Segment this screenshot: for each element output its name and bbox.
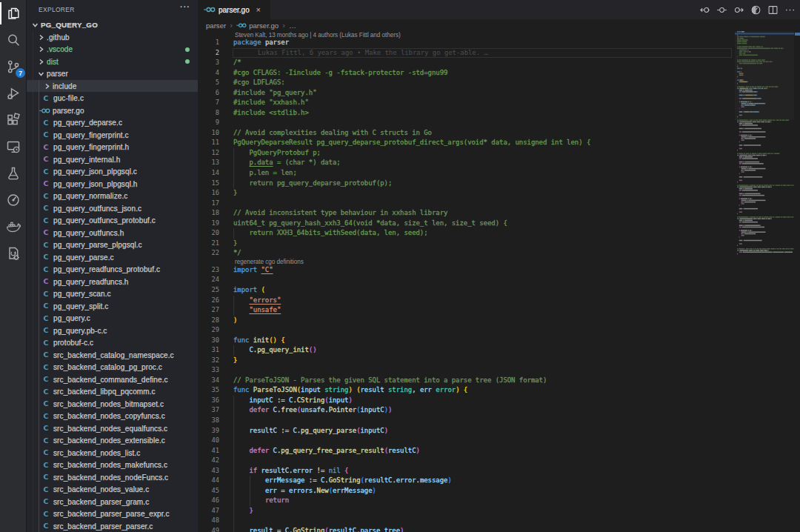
file-item-pg-query-fingerprint-c[interactable]: Cpg_query_fingerprint.c — [27, 129, 198, 142]
activity-bar-files-icon[interactable] — [0, 0, 27, 27]
file-item-protobuf-c-c[interactable]: Cprotobuf-c.c — [27, 336, 198, 349]
file-item-pg-query-json-plpgsql-h[interactable]: Cpg_query_json_plpgsql.h — [27, 178, 198, 190]
overview-ruler[interactable] — [794, 31, 800, 532]
line-number: 11 — [198, 138, 219, 148]
activity-bar-source-control-icon[interactable]: 7 — [0, 53, 27, 80]
file-item-src-backend-parser-gram-c[interactable]: Csrc_backend_parser_gram.c — [27, 496, 198, 508]
file-item-pg-query-normalize-c[interactable]: Cpg_query_normalize.c — [27, 190, 198, 202]
line-number: 42 — [198, 456, 219, 466]
file-item-src-backend-parser-parse-expr-c[interactable]: Csrc_backend_parser_parse_expr.c — [27, 508, 198, 520]
item-label: src_backend_parser_parse_expr.c — [53, 510, 170, 518]
activity-bar: 7 — [0, 0, 27, 532]
item-label: pg_query_json_plpgsql.c — [53, 167, 137, 176]
folder-item--github[interactable]: .github — [27, 31, 198, 44]
c-header-file-icon: C — [41, 229, 50, 236]
file-item-src-backend-parser-parser-c[interactable]: Csrc_backend_parser_parser.c — [27, 520, 198, 532]
file-item-src-backend-catalog-namespace-c[interactable]: Csrc_backend_catalog_namespace.c — [27, 349, 198, 362]
file-item-src-backend-nodes-nodefuncs-c[interactable]: Csrc_backend_nodes_nodeFuncs.c — [27, 471, 198, 484]
file-item-parser-go[interactable]: parser.go — [27, 104, 198, 117]
file-item-pg-query-deparse-c[interactable]: Cpg_query_deparse.c — [27, 116, 198, 129]
file-item-src-backend-nodes-makefuncs-c[interactable]: Csrc_backend_nodes_makefuncs.c — [27, 459, 198, 471]
open-changes-next-icon[interactable] — [733, 4, 744, 16]
codelens-authors[interactable]: Steven Kalt, 13 months ago | 4 authors (… — [235, 32, 401, 39]
line-number: 44 — [198, 476, 219, 486]
code-line-46: return — [233, 496, 289, 506]
line-number: 46 — [198, 496, 219, 506]
file-item-src-backend-nodes-copyfuncs-c[interactable]: Csrc_backend_nodes_copyfuncs.c — [27, 410, 198, 422]
scm-changes-badge: 7 — [16, 68, 25, 78]
activity-bar-search-icon[interactable] — [0, 27, 27, 53]
file-item-pg-query-parse-c[interactable]: Cpg_query_parse.c — [27, 251, 198, 264]
line-number: 23 — [198, 265, 219, 276]
indent-guide — [233, 148, 234, 159]
codelens-regenerate-cgo[interactable]: regenerate cgo definitions — [235, 259, 304, 265]
file-item-src-backend-nodes-list-c[interactable]: Csrc_backend_nodes_list.c — [27, 447, 198, 459]
file-item-pg-query-scan-c[interactable]: Cpg_query_scan.c — [27, 287, 198, 300]
file-item-src-backend-nodes-equalfuncs-c[interactable]: Csrc_backend_nodes_equalfuncs.c — [27, 422, 198, 435]
code-editor[interactable]: 1234567891011121314151617181920212223242… — [198, 31, 800, 532]
folder-item-parser[interactable]: parser — [27, 67, 198, 80]
split-editor-icon[interactable] — [767, 4, 779, 16]
indent-guide — [233, 496, 234, 506]
minimap[interactable] — [735, 31, 794, 532]
folder-item-pg-query-go[interactable]: PG_QUERY_GO — [27, 19, 198, 31]
line-number: 48 — [198, 516, 219, 526]
tab-close-icon[interactable]: × — [253, 5, 264, 14]
activity-bar-run-debug-icon[interactable] — [0, 80, 27, 107]
file-item-src-backend-catalog-pg-proc-c[interactable]: Csrc_backend_catalog_pg_proc.c — [27, 361, 198, 373]
breadcrumb-item[interactable]: parser — [206, 21, 226, 30]
item-label: pg_query_deparse.c — [53, 119, 122, 127]
folder-item--vscode[interactable]: .vscode — [27, 43, 198, 56]
file-item-pg-query-readfuncs-protobuf-c[interactable]: Cpg_query_readfuncs_protobuf.c — [27, 263, 198, 276]
file-item-pg-query-internal-h[interactable]: Cpg_query_internal.h — [27, 153, 198, 166]
folder-item-dist[interactable]: dist — [27, 56, 198, 68]
item-label: pg_query_fingerprint.c — [53, 131, 129, 139]
c-file-icon: C — [41, 437, 50, 445]
file-item-pg-query-outfuncs-protobuf-c[interactable]: Cpg_query_outfuncs_protobuf.c — [27, 214, 198, 227]
activity-bar-testing-beaker-icon[interactable] — [0, 160, 27, 187]
line-number: 10 — [198, 128, 219, 139]
activity-bar-extensions-icon[interactable] — [0, 107, 27, 133]
file-item-src-backend-nodes-value-c[interactable]: Csrc_backend_nodes_value.c — [27, 483, 198, 496]
line-number: 33 — [198, 365, 219, 376]
file-item-pg-query-readfuncs-h[interactable]: Cpg_query_readfuncs.h — [27, 276, 198, 288]
file-item-pg-query-outfuncs-json-c[interactable]: Cpg_query_outfuncs_json.c — [27, 202, 198, 215]
breadcrumb-item[interactable]: parser.go — [249, 21, 279, 30]
code-line-25: import ( — [233, 285, 265, 296]
tab-parser-go[interactable]: parser.go × — [198, 0, 270, 19]
file-item-pg-query-fingerprint-h[interactable]: Cpg_query_fingerprint.h — [27, 141, 198, 153]
indent-guide — [233, 296, 234, 306]
more-actions-icon[interactable] — [784, 4, 796, 16]
item-label: src_backend_parser_gram.c — [53, 498, 149, 506]
c-file-icon: C — [41, 131, 50, 139]
file-item-src-backend-nodes-extensible-c[interactable]: Csrc_backend_nodes_extensible.c — [27, 434, 198, 447]
c-file-icon: C — [41, 511, 50, 518]
activity-bar-clock-extension-icon[interactable] — [0, 187, 27, 213]
file-item-pg-query-outfuncs-h[interactable]: Cpg_query_outfuncs.h — [27, 227, 198, 239]
activity-bar-remote-explorer-icon[interactable] — [0, 133, 27, 160]
file-item-guc-file-c[interactable]: Cguc-file.c — [27, 92, 198, 104]
breadcrumb-item[interactable]: … — [289, 21, 296, 30]
go-file-icon — [204, 6, 216, 13]
folder-item-include[interactable]: include — [27, 80, 198, 93]
file-item-pg-query-json-plpgsql-c[interactable]: Cpg_query_json_plpgsql.c — [27, 165, 198, 178]
breadcrumbs: parser›parser.go›… — [198, 19, 800, 31]
open-changes-icon[interactable] — [716, 4, 727, 16]
file-item-pg-query-pb-c-c[interactable]: Cpg_query.pb-c.c — [27, 325, 198, 337]
file-item-src-backend-commands-define-c[interactable]: Csrc_backend_commands_define.c — [27, 373, 198, 386]
item-label: pg_query_outfuncs_json.c — [53, 205, 141, 213]
open-changes-previous-icon[interactable] — [699, 4, 710, 16]
c-file-icon: C — [41, 253, 50, 261]
file-item-pg-query-c[interactable]: Cpg_query.c — [27, 312, 198, 325]
line-number: 3 — [198, 58, 219, 68]
activity-bar-docker-whale-icon[interactable] — [0, 213, 27, 240]
code-line-8: #include <stdlib.h> — [233, 108, 309, 119]
file-item-pg-query-split-c[interactable]: Cpg_query_split.c — [27, 300, 198, 313]
line-number: 30 — [198, 336, 219, 346]
activity-bar-makefile-tools-icon[interactable] — [0, 240, 27, 267]
file-item-src-backend-nodes-bitmapset-c[interactable]: Csrc_backend_nodes_bitmapset.c — [27, 398, 198, 410]
file-item-src-backend-libpq-pqcomm-c[interactable]: Csrc_backend_libpq_pqcomm.c — [27, 385, 198, 398]
toggle-blame-icon[interactable] — [750, 4, 761, 16]
line-number: 28 — [198, 316, 219, 326]
file-item-pg-query-parse-plpgsql-c[interactable]: Cpg_query_parse_plpgsql.c — [27, 239, 198, 251]
